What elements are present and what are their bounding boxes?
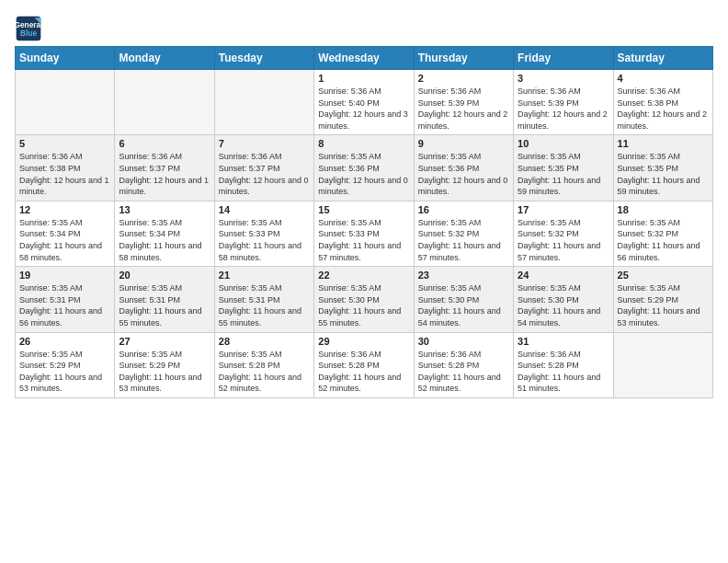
calendar-row: 19Sunrise: 5:35 AM Sunset: 5:31 PM Dayli… [16,267,713,332]
calendar-cell: 25Sunrise: 5:35 AM Sunset: 5:29 PM Dayli… [613,267,712,332]
calendar-cell: 15Sunrise: 5:35 AM Sunset: 5:33 PM Dayli… [314,201,414,266]
calendar-cell: 19Sunrise: 5:35 AM Sunset: 5:31 PM Dayli… [16,267,115,332]
calendar-body: 1Sunrise: 5:36 AM Sunset: 5:40 PM Daylig… [16,70,713,398]
weekday-header: Thursday [414,47,513,70]
weekday-header: Saturday [613,47,712,70]
calendar-cell [214,70,313,135]
day-number: 22 [318,270,409,281]
day-number: 23 [418,270,509,281]
day-info: Sunrise: 5:35 AM Sunset: 5:34 PM Dayligh… [119,217,210,263]
calendar-cell: 7Sunrise: 5:36 AM Sunset: 5:37 PM Daylig… [214,135,313,201]
calendar-cell: 21Sunrise: 5:35 AM Sunset: 5:31 PM Dayli… [214,267,313,332]
day-info: Sunrise: 5:35 AM Sunset: 5:36 PM Dayligh… [418,151,509,197]
day-info: Sunrise: 5:35 AM Sunset: 5:30 PM Dayligh… [418,282,509,328]
svg-text:Blue: Blue [20,29,37,38]
day-info: Sunrise: 5:35 AM Sunset: 5:35 PM Dayligh… [518,151,609,197]
day-number: 12 [19,204,110,215]
day-info: Sunrise: 5:36 AM Sunset: 5:28 PM Dayligh… [318,349,409,395]
calendar-cell: 23Sunrise: 5:35 AM Sunset: 5:30 PM Dayli… [414,267,513,332]
day-number: 16 [418,204,509,215]
calendar-header: SundayMondayTuesdayWednesdayThursdayFrid… [16,47,713,70]
weekday-header: Wednesday [314,47,414,70]
day-number: 27 [119,336,210,347]
calendar-cell: 2Sunrise: 5:36 AM Sunset: 5:39 PM Daylig… [414,70,513,135]
calendar-cell [16,70,115,135]
day-info: Sunrise: 5:35 AM Sunset: 5:29 PM Dayligh… [19,349,110,395]
calendar-cell: 30Sunrise: 5:36 AM Sunset: 5:28 PM Dayli… [414,332,513,397]
calendar-cell: 29Sunrise: 5:36 AM Sunset: 5:28 PM Dayli… [314,332,414,397]
day-number: 6 [119,138,210,149]
day-info: Sunrise: 5:35 AM Sunset: 5:36 PM Dayligh… [318,151,409,197]
day-number: 31 [518,336,609,347]
calendar-cell: 10Sunrise: 5:35 AM Sunset: 5:35 PM Dayli… [514,135,613,201]
day-info: Sunrise: 5:36 AM Sunset: 5:28 PM Dayligh… [418,349,509,395]
weekday-header: Sunday [16,47,115,70]
calendar-cell: 27Sunrise: 5:35 AM Sunset: 5:29 PM Dayli… [115,332,214,397]
day-info: Sunrise: 5:36 AM Sunset: 5:38 PM Dayligh… [618,86,709,132]
calendar-cell: 14Sunrise: 5:35 AM Sunset: 5:33 PM Dayli… [214,201,313,266]
calendar-row: 5Sunrise: 5:36 AM Sunset: 5:38 PM Daylig… [16,135,713,201]
calendar-cell: 9Sunrise: 5:35 AM Sunset: 5:36 PM Daylig… [414,135,513,201]
day-number: 18 [618,204,709,215]
logo: General Blue [15,15,42,42]
day-info: Sunrise: 5:36 AM Sunset: 5:28 PM Dayligh… [518,349,609,395]
day-number: 17 [518,204,609,215]
weekday-header: Tuesday [214,47,313,70]
day-number: 21 [219,270,310,281]
day-info: Sunrise: 5:35 AM Sunset: 5:31 PM Dayligh… [19,282,110,328]
day-info: Sunrise: 5:35 AM Sunset: 5:29 PM Dayligh… [119,349,210,395]
calendar-cell: 3Sunrise: 5:36 AM Sunset: 5:39 PM Daylig… [514,70,613,135]
day-info: Sunrise: 5:35 AM Sunset: 5:31 PM Dayligh… [219,282,310,328]
day-number: 14 [219,204,310,215]
calendar-row: 26Sunrise: 5:35 AM Sunset: 5:29 PM Dayli… [16,332,713,397]
day-info: Sunrise: 5:35 AM Sunset: 5:33 PM Dayligh… [318,217,409,263]
calendar-cell: 12Sunrise: 5:35 AM Sunset: 5:34 PM Dayli… [16,201,115,266]
day-number: 26 [19,336,110,347]
day-info: Sunrise: 5:35 AM Sunset: 5:28 PM Dayligh… [219,349,310,395]
day-info: Sunrise: 5:36 AM Sunset: 5:39 PM Dayligh… [418,86,509,132]
day-info: Sunrise: 5:36 AM Sunset: 5:38 PM Dayligh… [19,151,110,197]
day-number: 4 [618,73,709,84]
day-info: Sunrise: 5:36 AM Sunset: 5:37 PM Dayligh… [219,151,310,197]
calendar-cell: 4Sunrise: 5:36 AM Sunset: 5:38 PM Daylig… [613,70,712,135]
day-number: 9 [418,138,509,149]
day-info: Sunrise: 5:35 AM Sunset: 5:35 PM Dayligh… [618,151,709,197]
day-info: Sunrise: 5:36 AM Sunset: 5:37 PM Dayligh… [119,151,210,197]
day-number: 11 [618,138,709,149]
calendar-cell: 17Sunrise: 5:35 AM Sunset: 5:32 PM Dayli… [514,201,613,266]
day-number: 2 [418,73,509,84]
day-number: 29 [318,336,409,347]
day-number: 24 [518,270,609,281]
day-number: 3 [518,73,609,84]
day-number: 8 [318,138,409,149]
calendar-cell: 6Sunrise: 5:36 AM Sunset: 5:37 PM Daylig… [115,135,214,201]
day-info: Sunrise: 5:36 AM Sunset: 5:40 PM Dayligh… [318,86,409,132]
day-info: Sunrise: 5:35 AM Sunset: 5:32 PM Dayligh… [418,217,509,263]
calendar-cell: 1Sunrise: 5:36 AM Sunset: 5:40 PM Daylig… [314,70,414,135]
weekday-header: Monday [115,47,214,70]
calendar-cell: 31Sunrise: 5:36 AM Sunset: 5:28 PM Dayli… [514,332,613,397]
day-number: 1 [318,73,409,84]
day-info: Sunrise: 5:35 AM Sunset: 5:30 PM Dayligh… [318,282,409,328]
calendar-cell: 26Sunrise: 5:35 AM Sunset: 5:29 PM Dayli… [16,332,115,397]
day-number: 25 [618,270,709,281]
calendar-cell: 28Sunrise: 5:35 AM Sunset: 5:28 PM Dayli… [214,332,313,397]
calendar-cell [613,332,712,397]
day-info: Sunrise: 5:35 AM Sunset: 5:31 PM Dayligh… [119,282,210,328]
weekday-row: SundayMondayTuesdayWednesdayThursdayFrid… [16,47,713,70]
calendar-cell: 18Sunrise: 5:35 AM Sunset: 5:32 PM Dayli… [613,201,712,266]
calendar-row: 1Sunrise: 5:36 AM Sunset: 5:40 PM Daylig… [16,70,713,135]
calendar-row: 12Sunrise: 5:35 AM Sunset: 5:34 PM Dayli… [16,201,713,266]
calendar-cell: 5Sunrise: 5:36 AM Sunset: 5:38 PM Daylig… [16,135,115,201]
calendar-cell: 8Sunrise: 5:35 AM Sunset: 5:36 PM Daylig… [314,135,414,201]
day-info: Sunrise: 5:35 AM Sunset: 5:34 PM Dayligh… [19,217,110,263]
calendar-cell: 16Sunrise: 5:35 AM Sunset: 5:32 PM Dayli… [414,201,513,266]
day-number: 30 [418,336,509,347]
day-number: 15 [318,204,409,215]
day-number: 10 [518,138,609,149]
calendar-cell [115,70,214,135]
day-info: Sunrise: 5:35 AM Sunset: 5:32 PM Dayligh… [518,217,609,263]
day-number: 7 [219,138,310,149]
day-number: 20 [119,270,210,281]
day-number: 28 [219,336,310,347]
